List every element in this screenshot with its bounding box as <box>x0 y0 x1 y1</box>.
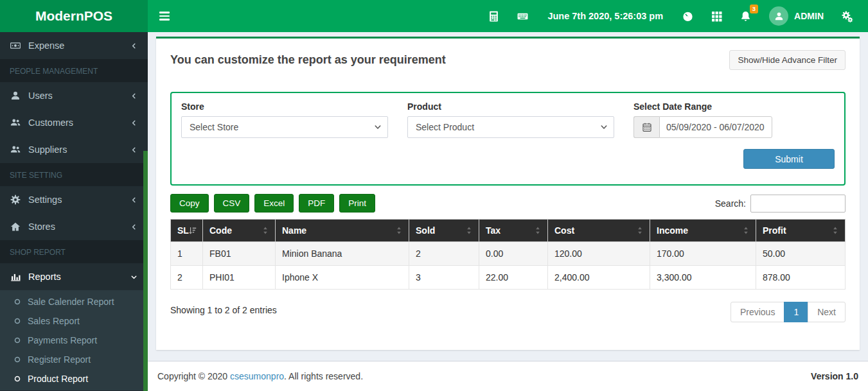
notifications-button[interactable]: 3 <box>731 0 760 32</box>
user-avatar-icon <box>769 6 788 26</box>
chevron-left-icon <box>130 42 138 50</box>
product-label: Product <box>407 101 614 112</box>
search-input[interactable] <box>750 195 846 213</box>
sidebar-item-users[interactable]: Users <box>0 82 148 109</box>
pdf-button[interactable]: PDF <box>299 194 334 213</box>
sidebar-item-label: Settings <box>28 195 130 205</box>
sidebar-item-product-report[interactable]: Product Report <box>0 369 148 388</box>
sidebar-section-people-management: PEOPLE MANAGEMENT <box>0 59 148 82</box>
sidebar-item-register-report[interactable]: Register Report <box>0 350 148 369</box>
cell-profit: 878.00 <box>756 266 846 290</box>
sidebar-item-label: Customers <box>28 117 130 128</box>
calendar-icon <box>633 116 659 138</box>
submenu-item-label: Register Report <box>28 354 91 365</box>
column-header-cost[interactable]: Cost <box>548 220 650 242</box>
column-header-tax[interactable]: Tax <box>479 220 548 242</box>
calculator-icon[interactable] <box>479 0 508 32</box>
sidebar-scrollbar[interactable] <box>143 151 148 391</box>
column-header-profit[interactable]: Profit <box>756 220 846 242</box>
brand-logo[interactable]: ModernPOS <box>0 0 148 32</box>
content-area: You can customize the report as your req… <box>148 32 868 361</box>
submit-button[interactable]: Submit <box>743 149 835 169</box>
cell-name: Minion Banana <box>276 242 409 266</box>
sidebar-item-expense[interactable]: Expense <box>0 32 148 59</box>
column-header-sold[interactable]: Sold <box>409 220 479 242</box>
copy-button[interactable]: Copy <box>170 194 209 213</box>
version-label: Version 1.0 <box>811 371 858 381</box>
product-select[interactable]: Select Product <box>407 116 614 138</box>
submenu-item-label: Product Report <box>28 374 88 384</box>
bar-chart-icon <box>10 271 21 282</box>
circle-icon <box>13 317 21 325</box>
column-header-sl[interactable]: SL <box>171 220 203 242</box>
sidebar-item-settings[interactable]: Settings <box>0 186 148 213</box>
sidebar: Expense PEOPLE MANAGEMENT Users Customer… <box>0 32 148 391</box>
circle-icon <box>13 298 21 306</box>
column-header-name[interactable]: Name <box>276 220 409 242</box>
sort-icon <box>533 226 542 236</box>
sort-icon <box>465 226 474 236</box>
store-select[interactable]: Select Store <box>181 116 388 138</box>
cell-income: 170.00 <box>650 242 756 266</box>
product-report-table: SL Code Name Sold Tax Cost Income <box>170 219 846 290</box>
chevron-left-icon <box>130 119 138 127</box>
circle-icon <box>13 336 21 344</box>
sidebar-item-suppliers[interactable]: Suppliers <box>0 136 148 163</box>
toggle-advance-filter-button[interactable]: Show/Hide Advance Filter <box>729 50 846 70</box>
date-range-label: Select Date Range <box>633 101 772 112</box>
reports-submenu: Sale Calender Report Sales Report Paymen… <box>0 290 148 390</box>
print-button[interactable]: Print <box>339 194 375 213</box>
money-icon <box>10 40 21 51</box>
search-label: Search: <box>715 198 746 209</box>
sidebar-section-site-setting: SITE SETTING <box>0 163 148 186</box>
next-page-button[interactable]: Next <box>808 302 846 322</box>
notification-badge: 3 <box>750 4 758 13</box>
user-menu[interactable]: ADMIN <box>760 0 833 32</box>
submenu-item-label: Sale Calender Report <box>28 297 114 307</box>
chevron-left-icon <box>130 196 138 204</box>
export-button-group: Copy CSV Excel PDF Print <box>170 194 375 213</box>
csv-button[interactable]: CSV <box>214 194 250 213</box>
sort-icon <box>394 226 403 236</box>
cell-sold: 2 <box>409 242 479 266</box>
cell-name: Iphone X <box>276 266 409 290</box>
page-footer: Copyright © 2020 csesumonpro. All rights… <box>148 361 868 391</box>
sidebar-toggle-button[interactable] <box>148 0 181 32</box>
report-card: You can customize the report as your req… <box>156 37 860 350</box>
keyboard-icon[interactable] <box>508 0 537 32</box>
chevron-left-icon <box>130 92 138 100</box>
csesumonpro-link[interactable]: csesumonpro <box>230 371 284 381</box>
sidebar-item-sales-report[interactable]: Sales Report <box>0 311 148 331</box>
page-1-button[interactable]: 1 <box>784 302 808 322</box>
dashboard-icon[interactable] <box>673 0 702 32</box>
sidebar-item-sale-calender-report[interactable]: Sale Calender Report <box>0 292 148 311</box>
sidebar-item-stores[interactable]: Stores <box>0 213 148 240</box>
sidebar-item-payments-report[interactable]: Payments Report <box>0 331 148 350</box>
cell-profit: 50.00 <box>756 242 846 266</box>
chevron-left-icon <box>130 146 138 154</box>
apps-grid-icon[interactable] <box>702 0 731 32</box>
submenu-item-label: Sales Report <box>28 316 80 326</box>
date-range-input[interactable] <box>659 116 772 138</box>
cell-sl: 1 <box>171 242 203 266</box>
previous-page-button[interactable]: Previous <box>731 302 784 322</box>
sidebar-item-reports[interactable]: Reports <box>0 263 148 290</box>
sort-icon <box>261 226 270 236</box>
store-label: Store <box>181 101 388 112</box>
page-title: You can customize the report as your req… <box>170 53 446 67</box>
sidebar-item-customers[interactable]: Customers <box>0 109 148 136</box>
pagination: Previous 1 Next <box>731 302 846 322</box>
sort-icon <box>741 226 750 236</box>
column-header-income[interactable]: Income <box>650 220 756 242</box>
excel-button[interactable]: Excel <box>254 194 294 213</box>
sort-icon <box>635 226 644 236</box>
chevron-left-icon <box>130 223 138 231</box>
header-datetime: June 7th 2020, 5:26:03 pm <box>537 11 673 21</box>
cell-income: 3,300.00 <box>650 266 756 290</box>
settings-cogs-icon[interactable] <box>833 0 862 32</box>
sidebar-item-label: Users <box>28 91 130 101</box>
column-header-code[interactable]: Code <box>203 220 276 242</box>
cell-tax: 22.00 <box>479 266 548 290</box>
sort-desc-icon <box>188 226 197 236</box>
sidebar-item-label: Reports <box>28 272 130 282</box>
